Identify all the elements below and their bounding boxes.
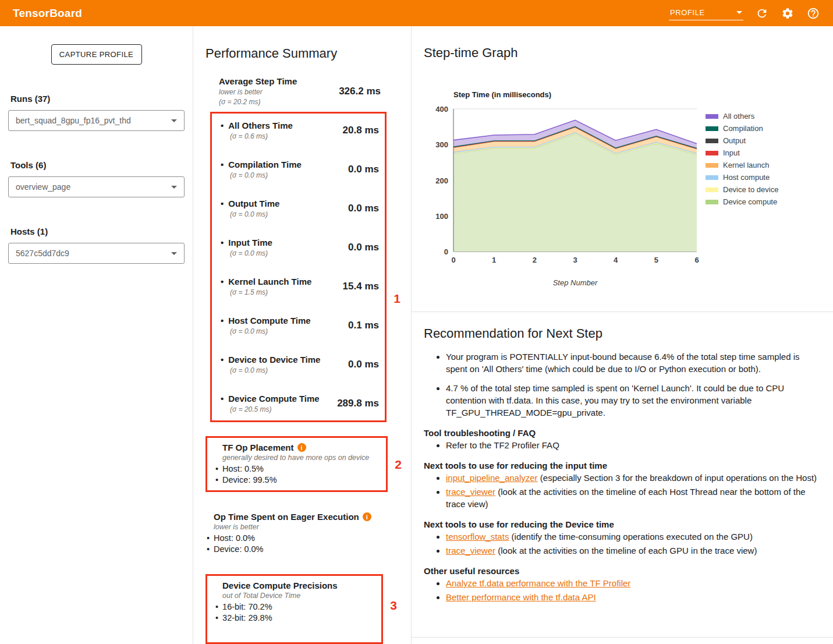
- annotation-number: 2: [395, 458, 402, 472]
- tf-op-placement-title: TF Op Placement: [222, 443, 294, 452]
- eager-execution-subtitle: lower is better: [214, 523, 388, 531]
- legend-label: Compilation: [723, 124, 763, 133]
- resources-item: Better performance with the tf.data API: [446, 591, 818, 603]
- svg-text:6: 6: [694, 256, 699, 264]
- info-icon[interactable]: i: [363, 512, 371, 521]
- tools-selected-value: overview_page: [16, 182, 70, 192]
- metric-label: Host Compute Time: [228, 316, 310, 325]
- legend-swatch: [706, 139, 718, 143]
- resources-heading: Other useful resources: [424, 566, 818, 576]
- hosts-select[interactable]: 5627c5dd7dc9: [8, 243, 185, 264]
- refresh-icon: [756, 7, 768, 20]
- tools-select[interactable]: overview_page: [8, 176, 185, 197]
- refresh-button[interactable]: [755, 6, 769, 20]
- bullet-icon: •: [221, 316, 224, 325]
- metric-row-device-to-device: •Device to Device Time (σ = 0.0 ms) 0.0 …: [221, 355, 379, 374]
- legend-swatch: [706, 126, 718, 131]
- average-step-time-sigma: (σ = 20.2 ms): [219, 98, 297, 106]
- device-precisions-subtitle: out of Total Device Time: [222, 592, 374, 600]
- metric-value: 0.0 ms: [329, 203, 379, 214]
- device-precisions-section: 3 Device Compute Precisions out of Total…: [205, 574, 383, 644]
- input-tools-item: trace_viewer (look at the activities on …: [446, 486, 818, 510]
- header-actions: PROFILE: [669, 6, 820, 20]
- trace-viewer-link[interactable]: trace_viewer: [446, 487, 495, 497]
- legend-label: Kernel launch: [723, 161, 770, 169]
- chart-axis-title: Step Time (in milliseconds): [453, 90, 551, 99]
- legend-label: Host compute: [723, 173, 770, 182]
- metric-value: 15.4 ms: [329, 281, 379, 292]
- metric-label: Output Time: [228, 199, 279, 208]
- tensorflow-stats-link[interactable]: tensorflow_stats: [446, 532, 509, 542]
- input-pipeline-analyzer-link[interactable]: input_pipeline_analyzer: [446, 473, 538, 483]
- svg-text:400: 400: [435, 105, 448, 114]
- runs-select[interactable]: bert_squad_8gpu_fp16_pvt_thd: [8, 110, 185, 131]
- metric-row-host-compute: •Host Compute Time (σ = 0.0 ms) 0.1 ms: [221, 316, 379, 335]
- help-button[interactable]: [806, 6, 820, 20]
- legend-item: Kernel launch: [706, 159, 778, 171]
- annotation-number: 1: [394, 292, 400, 306]
- svg-text:200: 200: [435, 176, 448, 185]
- metric-sigma: (σ = 0.0 ms): [230, 171, 302, 179]
- settings-button[interactable]: [781, 6, 795, 20]
- bullet-icon: •: [221, 277, 224, 286]
- input-tools-heading: Next tools to use for reducing the input…: [424, 461, 818, 470]
- bullet-icon: •: [221, 355, 224, 365]
- legend-swatch: [706, 151, 718, 155]
- svg-text:300: 300: [435, 140, 448, 149]
- metric-sigma: (σ = 0.0 ms): [230, 366, 320, 374]
- resources-item: Analyze tf.data performance with the TF …: [446, 577, 818, 589]
- performance-summary-panel: Performance Summary Average Step Time lo…: [193, 26, 412, 644]
- faq-item: Refer to the TF2 Profiler FAQ: [446, 439, 818, 451]
- runs-group: Runs (37) bert_squad_8gpu_fp16_pvt_thd: [8, 94, 185, 131]
- chevron-down-icon: [171, 252, 177, 255]
- metric-value: 0.1 ms: [329, 320, 379, 331]
- capture-profile-button[interactable]: CAPTURE PROFILE: [51, 44, 142, 65]
- metric-row-all-others: •All Others Time (σ = 0.6 ms) 20.8 ms: [221, 121, 379, 140]
- metric-row-compilation: •Compilation Time (σ = 0.0 ms) 0.0 ms: [221, 160, 379, 179]
- legend-swatch: [706, 187, 718, 192]
- eager-host: Host: 0.0%: [205, 533, 388, 544]
- step-time-graph-title: Step-time Graph: [424, 45, 517, 61]
- metric-label: Kernel Launch Time: [228, 277, 311, 286]
- legend-item: Output: [706, 135, 778, 147]
- metric-label: Input Time: [228, 238, 272, 247]
- hosts-group: Hosts (1) 5627c5dd7dc9: [8, 227, 185, 264]
- legend-item: Compilation: [706, 122, 778, 135]
- info-icon[interactable]: i: [297, 443, 306, 452]
- input-tools-list: input_pipeline_analyzer (especially Sect…: [437, 472, 818, 510]
- average-step-time-row: Average Step Time lower is better (σ = 2…: [219, 76, 381, 106]
- tf-op-placement-device: Device: 99.5%: [214, 475, 379, 486]
- device-tools-item: tensorflow_stats (identify the time-cons…: [446, 530, 818, 543]
- tfdata-performance-link[interactable]: Analyze tf.data performance with the TF …: [446, 578, 630, 588]
- metric-label: Compilation Time: [228, 160, 302, 169]
- legend-item: Host compute: [706, 171, 778, 183]
- recommendation-bullets: Your program is POTENTIALLY input-bound …: [437, 351, 818, 419]
- chevron-down-icon: [736, 11, 742, 14]
- svg-text:0: 0: [451, 256, 455, 264]
- metric-label: Device to Device Time: [228, 355, 320, 365]
- app-title: TensorBoard: [13, 7, 82, 20]
- input-tools-item: input_pipeline_analyzer (especially Sect…: [446, 472, 818, 484]
- tools-label: Tools (6): [10, 160, 185, 170]
- metric-sigma: (σ = 0.0 ms): [230, 249, 272, 257]
- tfdata-api-link[interactable]: Better performance with the tf.data API: [446, 592, 596, 602]
- chevron-down-icon: [171, 119, 177, 122]
- metric-label: Device Compute Time: [228, 394, 319, 404]
- dashboard-selector[interactable]: PROFILE: [669, 6, 743, 20]
- annotation-box-1: 1 •All Others Time (σ = 0.6 ms) 20.8 ms …: [210, 112, 387, 422]
- legend-swatch: [706, 175, 718, 180]
- chart-legend: All othersCompilationOutputInputKernel l…: [706, 110, 778, 208]
- legend-label: Device to device: [723, 185, 778, 194]
- average-step-time-label: Average Step Time: [219, 76, 297, 86]
- legend-swatch: [706, 200, 718, 204]
- x-axis-label: Step Number: [453, 278, 697, 287]
- resources-list: Analyze tf.data performance with the TF …: [437, 577, 818, 603]
- eager-execution-title: Op Time Spent on Eager Execution: [214, 512, 359, 522]
- hosts-selected-value: 5627c5dd7dc9: [16, 249, 69, 258]
- right-panel: Step-time Graph Step Time (in millisecon…: [412, 26, 833, 644]
- metric-row-input: •Input Time (σ = 0.0 ms) 0.0 ms: [221, 238, 379, 257]
- bullet-icon: •: [221, 160, 224, 169]
- trace-viewer-link[interactable]: trace_viewer: [446, 546, 495, 555]
- svg-text:5: 5: [654, 256, 658, 264]
- legend-item: All others: [706, 110, 778, 122]
